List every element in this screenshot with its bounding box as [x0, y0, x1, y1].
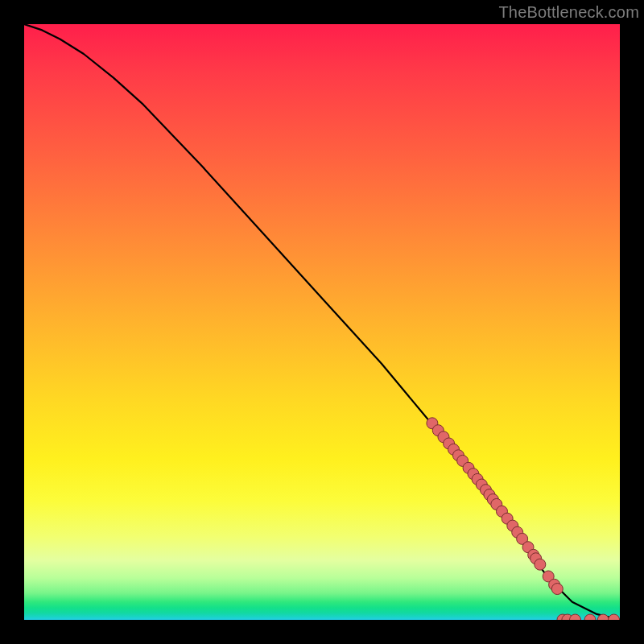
- data-marker: [535, 559, 546, 570]
- data-marker: [584, 614, 596, 620]
- data-markers: [427, 418, 620, 620]
- chart-frame: TheBottleneck.com: [0, 0, 644, 644]
- data-marker: [551, 584, 563, 595]
- overlay-svg: [24, 24, 620, 620]
- data-marker: [570, 614, 581, 620]
- data-marker: [609, 614, 620, 620]
- attribution-label: TheBottleneck.com: [498, 3, 639, 22]
- plot-area: [24, 24, 620, 620]
- curve-line: [24, 24, 620, 620]
